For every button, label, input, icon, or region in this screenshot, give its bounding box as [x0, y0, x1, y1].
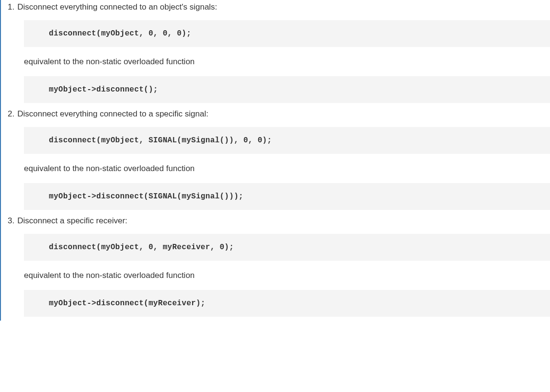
code-block: disconnect(myObject, 0, myReceiver, 0);	[24, 234, 550, 261]
equivalent-text: equivalent to the non-static overloaded …	[1, 158, 550, 180]
list-item: 2. Disconnect everything connected to a …	[1, 107, 550, 210]
ordered-list: 1. Disconnect everything connected to an…	[1, 0, 550, 317]
item-number: 3.	[8, 215, 14, 227]
equivalent-text: equivalent to the non-static overloaded …	[1, 51, 550, 73]
code-block: myObject->disconnect();	[24, 76, 550, 103]
code-block: myObject->disconnect(myReceiver);	[24, 290, 550, 317]
item-title: Disconnect everything connected to an ob…	[17, 1, 217, 13]
item-header-2: 2. Disconnect everything connected to a …	[1, 107, 550, 123]
code-block: myObject->disconnect(SIGNAL(mySignal()))…	[24, 183, 550, 210]
list-item: 3. Disconnect a specific receiver: disco…	[1, 214, 550, 317]
code-block: disconnect(myObject, 0, 0, 0);	[24, 20, 550, 47]
equivalent-text: equivalent to the non-static overloaded …	[1, 265, 550, 287]
item-header-1: 1. Disconnect everything connected to an…	[1, 0, 550, 16]
item-title: Disconnect a specific receiver:	[17, 215, 127, 227]
item-header-3: 3. Disconnect a specific receiver:	[1, 214, 550, 230]
document-content: 1. Disconnect everything connected to an…	[1, 0, 550, 317]
list-item: 1. Disconnect everything connected to an…	[1, 0, 550, 103]
code-block: disconnect(myObject, SIGNAL(mySignal()),…	[24, 127, 550, 154]
item-number: 2.	[8, 108, 14, 120]
item-number: 1.	[8, 1, 14, 13]
item-title: Disconnect everything connected to a spe…	[17, 108, 208, 120]
